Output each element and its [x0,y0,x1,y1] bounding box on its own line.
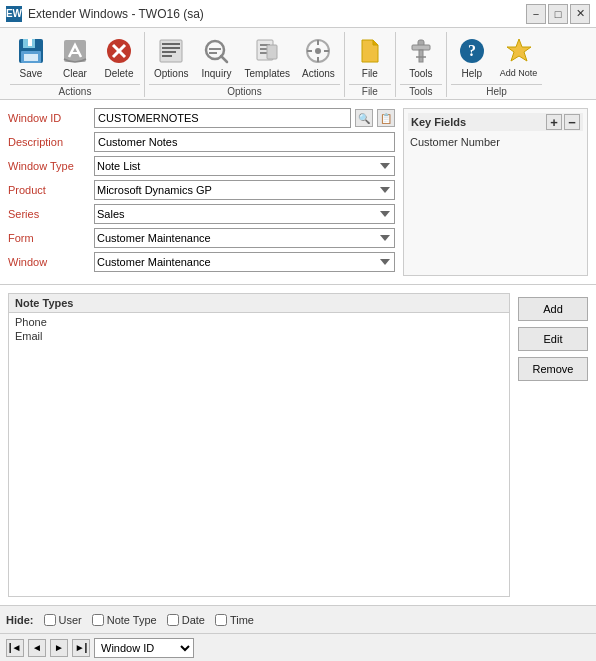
svg-line-16 [221,56,227,62]
description-row: Description [8,132,395,152]
svg-rect-4 [24,54,38,61]
svg-marker-36 [507,39,531,61]
first-button[interactable]: |◄ [6,639,24,657]
clear-button[interactable]: Clear [54,32,96,82]
series-label: Series [8,208,88,220]
file-button[interactable]: File [349,32,391,82]
tools-button[interactable]: Tools [400,32,442,82]
note-types-list: Phone Email [9,313,509,596]
save-button[interactable]: Save [10,32,52,82]
tools-label: Tools [409,68,432,79]
save-label: Save [20,68,43,79]
note-types-section: Note Types Phone Email [8,293,510,597]
window-type-select[interactable]: Note List Note Entry [94,156,395,176]
time-checkbox[interactable] [215,614,227,626]
window-row: Window Customer Maintenance [8,252,395,272]
product-select[interactable]: Microsoft Dynamics GP [94,180,395,200]
addnote-icon [503,35,535,67]
options-button[interactable]: Options [149,32,193,82]
bottom-bar: Hide: User Note Type Date Time [0,605,596,633]
templates-label: Templates [244,68,290,79]
svg-rect-14 [162,55,172,57]
key-field-item: Customer Number [408,135,583,149]
prev-button[interactable]: ◄ [28,639,46,657]
remove-button[interactable]: Remove [518,357,588,381]
app-icon: EW [6,6,22,22]
delete-icon [103,35,135,67]
delete-button[interactable]: Delete [98,32,140,82]
close-button[interactable]: ✕ [570,4,590,24]
inquiry-label: Inquiry [201,68,231,79]
addnote-button[interactable]: Add Note [495,32,543,81]
nav-select[interactable]: Window ID Description [94,638,194,658]
svg-rect-2 [28,39,32,46]
actions-group-label: Actions [10,84,140,97]
title-bar: EW Extender Windows - TWO16 (sa) − □ ✕ [0,0,596,28]
main-area: Note Types Phone Email Add Edit Remove [0,285,596,605]
user-checkbox-label: User [59,614,82,626]
toolbar-actions-group: Save Clear [6,32,145,97]
last-button[interactable]: ►| [72,639,90,657]
options-icon [155,35,187,67]
window-type-row: Window Type Note List Note Entry [8,156,395,176]
note-type-phone[interactable]: Phone [13,315,505,329]
svg-rect-32 [419,50,423,62]
series-select[interactable]: Sales Financial Purchasing [94,204,395,224]
form-row: Form Customer Maintenance [8,228,395,248]
maximize-button[interactable]: □ [548,4,568,24]
svg-rect-23 [267,45,277,59]
minimize-button[interactable]: − [526,4,546,24]
file-label: File [362,68,378,79]
toolbar-actions-label: Actions [302,68,335,79]
edit-button[interactable]: Edit [518,327,588,351]
inquiry-button[interactable]: Inquiry [195,32,237,82]
toolbar: Save Clear [0,28,596,100]
tools-group-label: Tools [400,84,442,97]
key-fields-controls: + − [546,114,580,130]
window-id-input[interactable] [94,108,351,128]
description-input[interactable] [94,132,395,152]
next-button[interactable]: ► [50,639,68,657]
help-label: Help [462,68,483,79]
actions-icon [302,35,334,67]
svg-rect-13 [162,51,176,53]
window-title: Extender Windows - TWO16 (sa) [28,7,204,21]
actions-button[interactable]: Actions [297,32,340,82]
help-group-label: Help [451,84,543,97]
key-fields-remove-button[interactable]: − [564,114,580,130]
copy-icon-button[interactable]: 📋 [377,109,395,127]
search-icon-button[interactable]: 🔍 [355,109,373,127]
nav-bar: |◄ ◄ ► ►| Window ID Description [0,633,596,661]
note-types-header: Note Types [9,294,509,313]
tools-icon [405,35,437,67]
templates-button[interactable]: Templates [239,32,295,82]
user-checkbox[interactable] [44,614,56,626]
svg-point-25 [315,48,321,54]
add-button[interactable]: Add [518,297,588,321]
product-label: Product [8,184,88,196]
note-type-checkbox[interactable] [92,614,104,626]
window-select[interactable]: Customer Maintenance [94,252,395,272]
user-checkbox-group: User [44,614,82,626]
toolbar-tools-group: Tools Tools [396,32,447,97]
key-fields-header: Key Fields + − [408,113,583,131]
window-id-row: Window ID 🔍 📋 [8,108,395,128]
side-buttons: Add Edit Remove [518,293,588,597]
key-fields-panel: Key Fields + − Customer Number [403,108,588,276]
svg-rect-31 [412,45,430,50]
note-type-email[interactable]: Email [13,329,505,343]
form-area: Window ID 🔍 📋 Description Wind [0,100,596,285]
inquiry-icon [200,35,232,67]
date-checkbox[interactable] [167,614,179,626]
date-checkbox-group: Date [167,614,205,626]
key-fields-add-button[interactable]: + [546,114,562,130]
note-type-checkbox-label: Note Type [107,614,157,626]
delete-label: Delete [105,68,134,79]
help-button[interactable]: ? Help [451,32,493,82]
form-select[interactable]: Customer Maintenance [94,228,395,248]
options-label: Options [154,68,188,79]
window-label: Window [8,256,88,268]
form-label: Form [8,232,88,244]
window-id-label: Window ID [8,112,88,124]
description-label: Description [8,136,88,148]
